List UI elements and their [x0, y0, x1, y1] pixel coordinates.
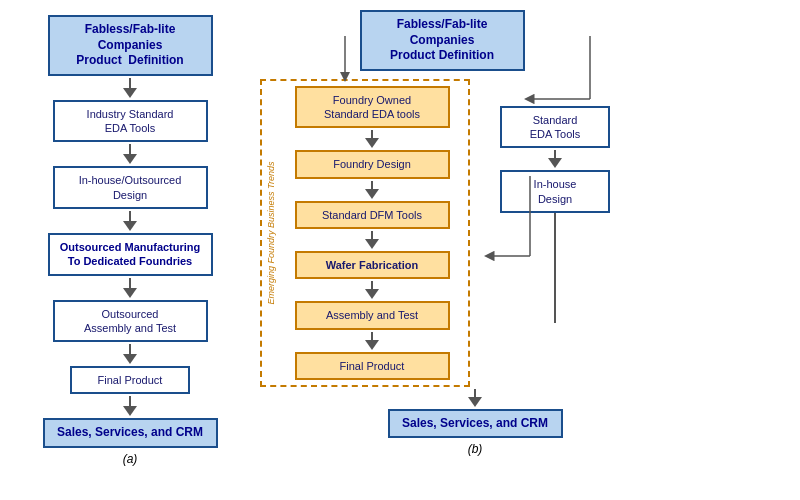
column-a: Fabless/Fab-lite CompaniesProduct Defini…: [10, 10, 250, 470]
b-main-content: Emerging Foundry Business Trends Foundry…: [260, 71, 790, 387]
b-bottom-arrow: [468, 389, 482, 407]
column-c: StandardEDA Tools In-houseDesign: [490, 79, 620, 387]
col-a-assembly: OutsourcedAssembly and Test: [53, 300, 208, 343]
wafer-fab: Wafer Fabrication: [295, 251, 450, 279]
c-arrow-1: [548, 150, 562, 168]
foundry-design: Foundry Design: [295, 150, 450, 178]
col-a-mfg: Outsourced ManufacturingTo Dedicated Fou…: [48, 233, 213, 276]
col-a-header: Fabless/Fab-lite CompaniesProduct Defini…: [48, 15, 213, 76]
arrow-4: [123, 278, 137, 298]
col-b-header: Fabless/Fab-lite CompaniesProduct Defini…: [360, 10, 525, 71]
arrow-5: [123, 344, 137, 364]
arrow-6: [123, 396, 137, 416]
col-b-sales: Sales, Services, and CRM: [388, 409, 563, 439]
col-a-sales: Sales, Services, and CRM: [43, 418, 218, 448]
arrow-1: [123, 78, 137, 98]
b-arrow-2: [365, 181, 379, 199]
arrow-2: [123, 144, 137, 164]
foundry-eda: Foundry OwnedStandard EDA tools: [295, 86, 450, 129]
b-arrow-4: [365, 281, 379, 299]
b-final: Final Product: [295, 352, 450, 380]
b-assembly: Assembly and Test: [295, 301, 450, 329]
column-b-wrapper: Fabless/Fab-lite CompaniesProduct Defini…: [260, 10, 790, 470]
emerging-label: Emerging Foundry Business Trends: [266, 161, 276, 304]
b-arrow-1: [365, 130, 379, 148]
col-b-label: (b): [468, 442, 483, 456]
col-a-design: In-house/OutsourcedDesign: [53, 166, 208, 209]
col-c-header-placeholder: [675, 10, 691, 20]
inhouse-design: In-houseDesign: [500, 170, 610, 213]
col-a-eda: Industry StandardEDA Tools: [53, 100, 208, 143]
c-vertical-line: [554, 213, 556, 323]
std-eda: StandardEDA Tools: [500, 106, 610, 149]
dfm-tools: Standard DFM Tools: [295, 201, 450, 229]
col-a-final: Final Product: [70, 366, 190, 394]
b-arrow-5: [365, 332, 379, 350]
col-a-label: (a): [123, 452, 138, 466]
b-arrow-3: [365, 231, 379, 249]
dashed-foundry-box: Emerging Foundry Business Trends Foundry…: [260, 79, 470, 387]
arrow-3: [123, 211, 137, 231]
